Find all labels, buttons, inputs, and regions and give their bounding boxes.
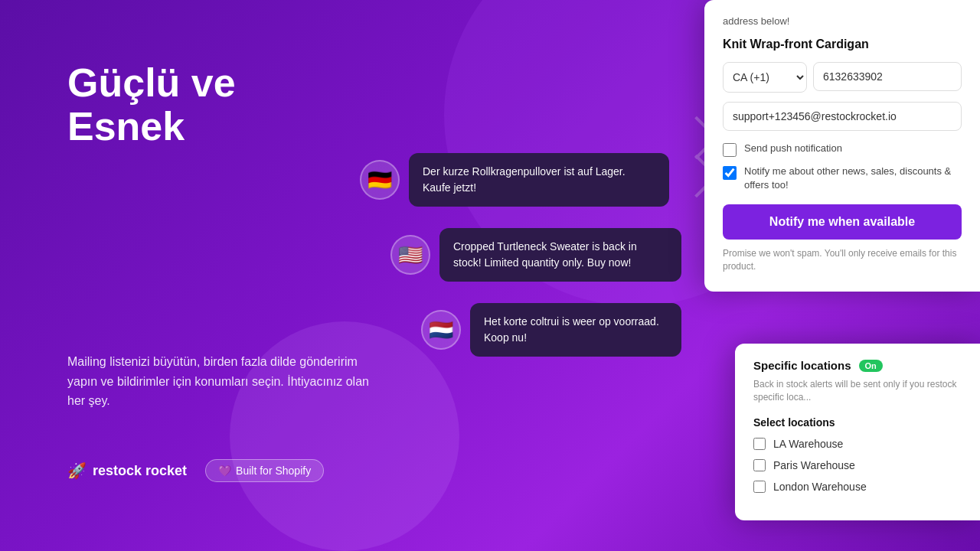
location-checkbox-london[interactable] (753, 481, 766, 493)
locations-title: Specific locations (753, 359, 851, 372)
locations-subtitle: Back in stock alerts will be sent only i… (753, 378, 962, 404)
shopify-badge-text: Built for Shopify (236, 465, 311, 477)
hero-description: Mailing listenizi büyütün, birden fazla … (67, 352, 374, 411)
location-label-paris: Paris Warehouse (773, 459, 855, 471)
rocket-icon: 🚀 (67, 461, 87, 480)
phone-country-select[interactable]: CA (+1) US (+1) UK (+44) AU (+61) (723, 62, 807, 93)
location-checkbox-la[interactable] (753, 438, 766, 450)
locations-on-badge: On (859, 360, 883, 372)
news-notification-checkbox[interactable] (723, 166, 737, 180)
panel-top-text: address below! (723, 15, 962, 27)
location-label-la: LA Warehouse (773, 438, 843, 450)
bubble-text-de: Der kurze Rollkragenpullover ist auf Lag… (409, 153, 669, 207)
email-input[interactable] (723, 102, 962, 131)
notify-button[interactable]: Notify me when available (723, 204, 962, 240)
news-notification-label: Notify me about other news, sales, disco… (744, 165, 962, 192)
phone-number-input[interactable] (813, 62, 962, 91)
email-row (723, 102, 962, 131)
phone-row: CA (+1) US (+1) UK (+44) AU (+61) (723, 62, 962, 93)
chat-bubbles-container: 🇩🇪 Der kurze Rollkragenpullover ist auf … (360, 153, 681, 378)
locations-panel: Specific locations On Back in stock aler… (735, 344, 980, 520)
brand-name: restock rocket (93, 463, 187, 479)
chat-bubble-us: 🇺🇸 Cropped Turtleneck Sweater is back in… (390, 228, 681, 282)
location-item-paris: Paris Warehouse (753, 459, 962, 471)
news-notification-row: Notify me about other news, sales, disco… (723, 165, 962, 192)
notify-panel: address below! Knit Wrap-front Cardigan … (704, 0, 980, 292)
location-item-london: London Warehouse (753, 481, 962, 493)
push-notification-row: Send push notification (723, 142, 962, 157)
select-locations-label: Select locations (753, 416, 962, 429)
locations-header: Specific locations On (753, 359, 962, 372)
flag-us: 🇺🇸 (390, 235, 430, 275)
flag-nl: 🇳🇱 (421, 310, 461, 350)
location-checkbox-paris[interactable] (753, 459, 766, 471)
shopify-badge: 💜 Built for Shopify (205, 459, 324, 482)
bubble-text-us: Cropped Turtleneck Sweater is back in st… (439, 228, 681, 282)
product-name: Knit Wrap-front Cardigan (723, 37, 962, 51)
push-notification-label: Send push notification (744, 142, 842, 155)
hero-content: Güçlü ve Esnek (67, 61, 389, 167)
push-notification-checkbox[interactable] (723, 143, 737, 157)
phone-number-wrapper (813, 62, 962, 93)
chat-bubble-de: 🇩🇪 Der kurze Rollkragenpullover ist auf … (360, 153, 681, 207)
location-label-london: London Warehouse (773, 481, 867, 493)
brand-footer: 🚀 restock rocket 💜 Built for Shopify (67, 459, 324, 482)
chat-bubble-nl: 🇳🇱 Het korte coltrui is weer op voorraad… (421, 303, 681, 357)
location-item-la: LA Warehouse (753, 438, 962, 450)
hero-title: Güçlü ve Esnek (67, 61, 389, 148)
phone-country-wrapper: CA (+1) US (+1) UK (+44) AU (+61) (723, 62, 807, 93)
brand-logo: 🚀 restock rocket (67, 461, 187, 480)
spam-note: Promise we won't spam. You'll only recei… (723, 247, 962, 273)
bubble-text-nl: Het korte coltrui is weer op voorraad. K… (470, 303, 681, 357)
shopify-icon: 💜 (218, 465, 231, 477)
flag-de: 🇩🇪 (360, 160, 400, 200)
